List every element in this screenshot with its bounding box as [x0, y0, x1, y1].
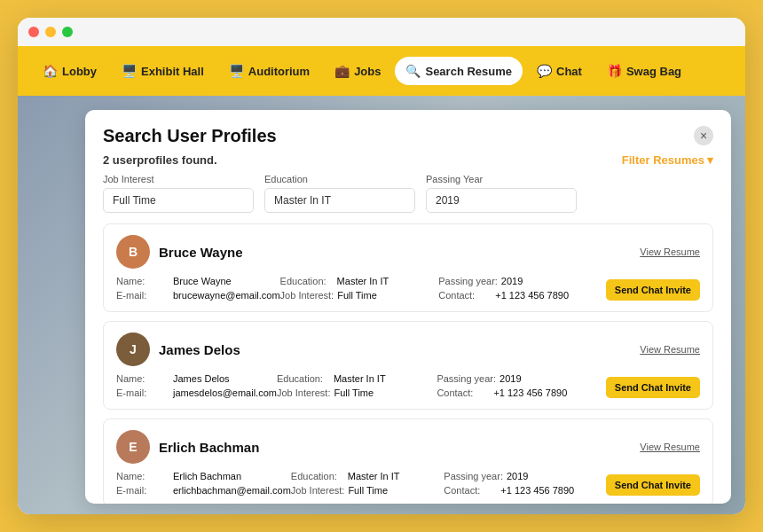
- nav-auditorium-label: Auditorium: [248, 65, 310, 78]
- name-row: Name: James Delos: [116, 373, 277, 384]
- contact-row: Contact: +1 123 456 7890: [437, 387, 596, 398]
- nav-jobs[interactable]: 💼 Jobs: [324, 57, 391, 85]
- education-value: Master In IT: [337, 276, 389, 286]
- swag-icon: 🎁: [607, 64, 622, 78]
- job-interest-value: Full Time: [337, 290, 377, 301]
- email-row: E-mail: jamesdelos@email.com: [116, 387, 277, 398]
- jobs-icon: 💼: [334, 64, 350, 78]
- profile-card: B Bruce Wayne View Resume Name: Bruce Wa…: [103, 223, 713, 312]
- contact-row: Contact: +1 123 456 7890: [444, 485, 597, 496]
- modal-header: Search User Profiles ×: [85, 110, 731, 153]
- email-label: E-mail:: [116, 290, 169, 301]
- profile-info: Name: Bruce Wayne Education: Master In I…: [116, 276, 597, 301]
- modal-subheader: 2 userprofiles found. Filter Resumes ▾: [85, 153, 731, 174]
- exhibit-icon: 🖥️: [122, 64, 137, 78]
- profile-body: Name: Erlich Bachman Education: Master I…: [116, 471, 700, 496]
- profile-name: Erlich Bachman: [159, 440, 259, 455]
- profile-info: Name: James Delos Education: Master In I…: [116, 373, 597, 398]
- minimize-dot[interactable]: [45, 27, 56, 37]
- avatar: J: [116, 332, 150, 366]
- nav-swag-bag[interactable]: 🎁 Swag Bag: [596, 57, 692, 85]
- job-interest-row: Job Interest: Full Time: [291, 485, 444, 496]
- passing-year-value: 2019: [507, 471, 528, 481]
- education-input[interactable]: [264, 188, 415, 213]
- job-interest-row: Job Interest: Full Time: [277, 387, 437, 398]
- nav-lobby[interactable]: 🏠 Lobby: [32, 57, 107, 85]
- name-value: Bruce Wayne: [173, 276, 232, 286]
- contact-value: +1 123 456 7890: [493, 387, 567, 398]
- navbar: 🏠 Lobby 🖥️ Exhibit Hall 🖥️ Auditorium 💼 …: [18, 46, 745, 96]
- avatar-initials: J: [116, 332, 150, 366]
- passing-year-value: 2019: [501, 276, 523, 286]
- search-modal: Search User Profiles × 2 userprofiles fo…: [85, 110, 731, 504]
- profile-name: Bruce Wayne: [159, 245, 242, 260]
- send-chat-invite-button[interactable]: Send Chat Invite: [606, 279, 700, 301]
- profile-body: Name: Bruce Wayne Education: Master In I…: [116, 276, 700, 301]
- close-button[interactable]: ×: [694, 126, 713, 145]
- education-row: Education: Master In IT: [277, 373, 437, 384]
- contact-label: Contact:: [444, 485, 497, 496]
- education-label: Education:: [277, 373, 330, 384]
- passing-year-row: Passing year: 2019: [438, 276, 597, 286]
- email-value: jamesdelos@email.com: [173, 387, 277, 398]
- passing-year-label: Passing year:: [444, 471, 503, 481]
- contact-label: Contact:: [437, 387, 490, 398]
- nav-exhibit-hall[interactable]: 🖥️ Exhibit Hall: [111, 57, 215, 85]
- button-col: Send Chat Invite: [606, 471, 700, 496]
- profile-card: J James Delos View Resume Name: James De…: [103, 321, 713, 410]
- result-count: 2 userprofiles found.: [103, 153, 217, 167]
- send-chat-invite-button[interactable]: Send Chat Invite: [606, 377, 700, 398]
- view-resume-button[interactable]: View Resume: [640, 442, 700, 452]
- name-row: Name: Bruce Wayne: [116, 276, 280, 286]
- job-interest-label: Job Interest:: [280, 290, 334, 301]
- education-label: Education:: [280, 276, 334, 286]
- profile-details: Name: Erlich Bachman Education: Master I…: [116, 471, 597, 496]
- contact-value: +1 123 456 7890: [500, 485, 574, 496]
- contact-label: Contact:: [438, 290, 492, 301]
- education-row: Education: Master In IT: [291, 471, 444, 481]
- education-value: Master In IT: [334, 373, 386, 384]
- email-row: E-mail: erlichbachman@email.com: [116, 485, 291, 496]
- job-interest-label: Job Interest: [103, 174, 254, 184]
- email-label: E-mail:: [116, 485, 169, 496]
- send-chat-invite-button[interactable]: Send Chat Invite: [606, 474, 700, 496]
- education-label: Education:: [291, 471, 344, 481]
- email-row: E-mail: brucewayne@email.com: [116, 290, 280, 301]
- nav-search-resume[interactable]: 🔍 Search Resume: [395, 57, 523, 85]
- email-value: brucewayne@email.com: [173, 290, 280, 301]
- job-interest-label: Job Interest:: [277, 387, 331, 398]
- maximize-dot[interactable]: [62, 27, 73, 37]
- passing-year-label: Passing year:: [438, 276, 498, 286]
- nav-auditorium[interactable]: 🖥️ Auditorium: [218, 57, 320, 85]
- profile-header: B Bruce Wayne View Resume: [116, 235, 700, 269]
- passing-year-row: Passing year: 2019: [444, 471, 597, 481]
- nav-swag-label: Swag Bag: [626, 65, 681, 78]
- job-interest-row: Job Interest: Full Time: [280, 290, 439, 301]
- name-label: Name:: [116, 471, 169, 481]
- avatar-initials: B: [116, 235, 150, 269]
- view-resume-button[interactable]: View Resume: [640, 246, 700, 257]
- job-interest-label: Job Interest:: [291, 485, 345, 496]
- passing-year-value: 2019: [499, 373, 521, 384]
- job-interest-value: Full Time: [348, 485, 388, 496]
- passing-year-label: Passing Year: [426, 174, 577, 184]
- profile-info: Name: Erlich Bachman Education: Master I…: [116, 471, 597, 496]
- nav-chat[interactable]: 💬 Chat: [526, 57, 593, 85]
- close-dot[interactable]: [28, 27, 39, 37]
- job-interest-filter: Job Interest: [103, 174, 254, 213]
- passing-year-input[interactable]: [426, 188, 577, 213]
- avatar: B: [116, 235, 150, 269]
- view-resume-button[interactable]: View Resume: [640, 344, 700, 355]
- nav-chat-label: Chat: [556, 65, 582, 78]
- profile-name-row: E Erlich Bachman: [116, 430, 259, 464]
- filter-resumes-button[interactable]: Filter Resumes ▾: [622, 153, 713, 167]
- email-value: erlichbachman@email.com: [173, 485, 291, 496]
- content-area: Search User Profiles × 2 userprofiles fo…: [18, 96, 745, 514]
- profile-name-row: B Bruce Wayne: [116, 235, 242, 269]
- nav-lobby-label: Lobby: [62, 65, 97, 78]
- nav-search-label: Search Resume: [425, 65, 512, 78]
- search-icon: 🔍: [405, 64, 421, 78]
- job-interest-input[interactable]: [103, 188, 254, 213]
- contact-row: Contact: +1 123 456 7890: [438, 290, 597, 301]
- chevron-down-icon: ▾: [707, 153, 713, 167]
